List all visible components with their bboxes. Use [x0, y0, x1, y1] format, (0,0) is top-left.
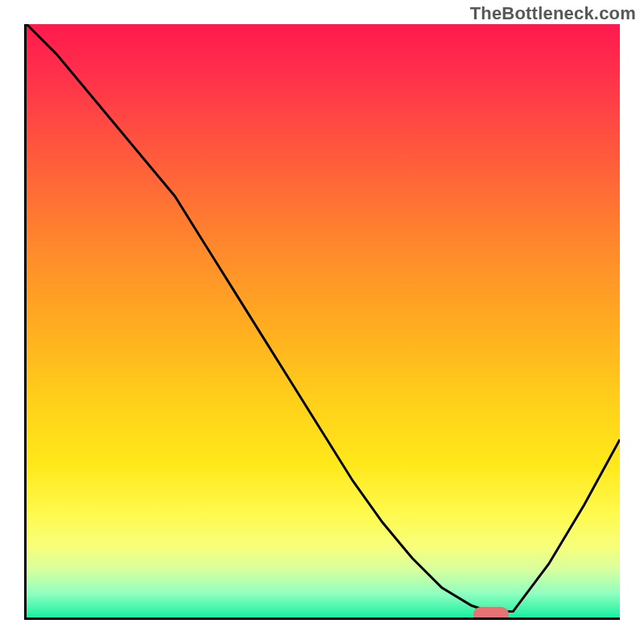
chart-container: TheBottleneck.com [0, 0, 644, 644]
curve-path [27, 24, 620, 612]
watermark-text: TheBottleneck.com [470, 3, 636, 24]
plot-area [24, 24, 620, 620]
bottleneck-curve [27, 24, 620, 617]
optimal-marker [473, 607, 509, 620]
